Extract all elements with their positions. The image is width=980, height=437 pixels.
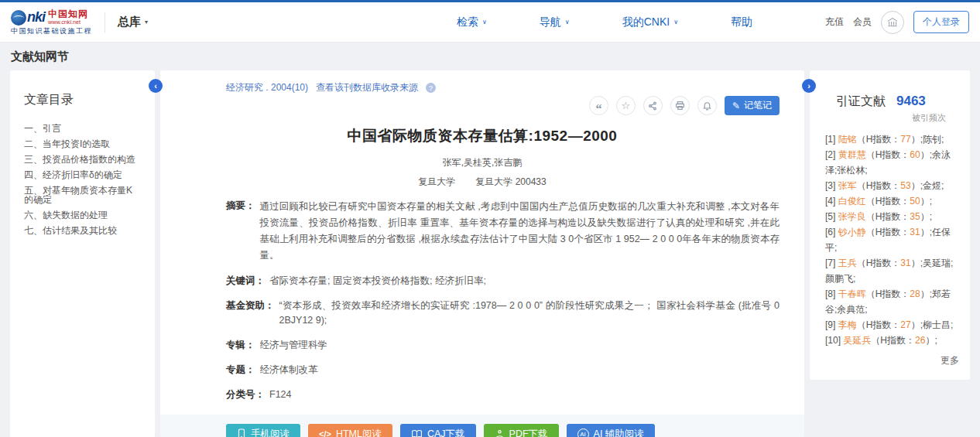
logo-url: www.cnki.net <box>48 19 84 26</box>
citing-author-link[interactable]: 张学良 <box>838 211 866 222</box>
citing-author-link[interactable]: 陆铭 <box>838 134 857 145</box>
journal-source-link[interactable]: 经济研究 . 2004(10) <box>226 81 308 94</box>
citations-more-link[interactable]: 更多 <box>825 354 959 367</box>
toc-item-1[interactable]: 一、引言 <box>24 124 141 133</box>
article-authors[interactable]: 张军,吴桂英,张吉鹏 <box>160 156 804 169</box>
keywords-text[interactable]: 省际资本存量; 固定资本投资价格指数; 经济折旧率; <box>269 274 486 288</box>
citation-item-2: [2] 黄群慧（H指数：60）;余泳泽;张松林; <box>825 147 959 178</box>
citation-index: [2] <box>825 149 835 160</box>
left-sidebar: ‹ 文章目录 一、引言 二、当年投资I的选取 三、投资品价格指数的构造 四、经济… <box>10 70 155 437</box>
personal-login-button[interactable]: 个人登录 <box>913 11 969 33</box>
logo-cn-name: 中国知网 <box>48 9 88 19</box>
toc-item-3[interactable]: 三、投资品价格指数的构造 <box>24 155 141 164</box>
alert-bell-button[interactable] <box>697 96 717 115</box>
mobile-read-button[interactable]: 手机阅读 <box>226 424 300 437</box>
logo-slogan: 中国知识基础设施工程 <box>11 28 92 36</box>
collapse-right-sidebar-button[interactable]: › <box>802 79 816 93</box>
citation-coauthors: ; <box>934 335 937 346</box>
abstract-text: 通过回顾和比较已有研究中国资本存量的相关文献 ,考虑到中国国内生产总值历史数据的… <box>260 199 780 264</box>
affiliation-2[interactable]: 复旦大学 200433 <box>475 176 546 187</box>
citing-author-link[interactable]: 钞小静 <box>838 227 866 237</box>
globe-icon <box>11 10 26 26</box>
fund-text[interactable]: “资本形成、投资效率和经济增长的实证研究 :1978— 2 0 0 0” 的阶段… <box>279 299 780 328</box>
cite-quote-button[interactable]: “ <box>589 96 608 115</box>
h-index-prefix: （H指数： <box>866 211 910 222</box>
database-switcher[interactable]: 总库 ▾ <box>118 15 148 29</box>
citation-item-7: [7] 王兵（H指数：31）;吴延瑞;颜鹏飞; <box>825 255 959 286</box>
h-index-suffix: ） <box>920 211 930 222</box>
h-index-prefix: （H指数： <box>857 258 901 268</box>
keywords-field: 关键词： 省际资本存量; 固定资本投资价格指数; 经济折旧率; <box>226 274 780 288</box>
h-index-prefix: （H指数： <box>857 180 901 191</box>
nav-item-navigation[interactable]: 导航 ∨ <box>513 15 596 29</box>
cnki-logo[interactable]: nki 中国知网 www.cnki.net 中国知识基础设施工程 <box>11 9 92 36</box>
article-title: 中国省际物质资本存量估算:1952—2000 <box>160 126 804 146</box>
citation-coauthors: ;柳士昌; <box>920 319 954 330</box>
citing-author-link[interactable]: 李梅 <box>838 319 857 330</box>
toc-title: 文章目录 <box>24 92 141 108</box>
logo-top: nki 中国知网 www.cnki.net <box>11 9 92 26</box>
caj-download-label: CAJ下载 <box>427 428 465 437</box>
main-column: 经济研究 . 2004(10) 查看该刊数据库收录来源 ? “ ☆ <box>160 70 804 437</box>
journal-db-source-link[interactable]: 查看该刊数据库收录来源 <box>316 81 418 94</box>
citing-author-link[interactable]: 白俊红 <box>838 196 866 207</box>
chevron-down-icon: ∨ <box>673 19 678 26</box>
fund-field: 基金资助： “资本形成、投资效率和经济增长的实证研究 :1978— 2 0 0 … <box>226 299 780 328</box>
share-button[interactable] <box>643 96 663 115</box>
favorite-star-button[interactable]: ☆ <box>616 96 636 115</box>
chevron-right-icon: › <box>807 81 810 90</box>
recharge-link[interactable]: 充值 <box>825 15 844 29</box>
abstract-field: 摘要： 通过回顾和比较已有研究中国资本存量的相关文献 ,考虑到中国国内生产总值历… <box>226 199 780 264</box>
divider <box>105 12 105 32</box>
h-index-prefix: （H指数： <box>866 288 910 299</box>
source-row: 经济研究 . 2004(10) 查看该刊数据库收录来源 ? <box>226 81 780 94</box>
citation-index: [4] <box>825 196 835 207</box>
ai-assist-read-button[interactable]: AI AI 辅助阅读 <box>567 424 655 437</box>
topic-label: 专题： <box>226 363 255 377</box>
ai-icon: AI <box>577 428 589 437</box>
citation-item-9: [9] 李梅（H指数：27）;柳士昌; <box>825 317 959 333</box>
take-note-button[interactable]: ✎ 记笔记 <box>725 96 780 115</box>
toc-item-7[interactable]: 七、估计结果及其比较 <box>24 226 141 235</box>
print-button[interactable] <box>670 96 690 115</box>
citations-count[interactable]: 9463 <box>896 94 926 109</box>
h-index-value: 50 <box>910 196 920 207</box>
affiliation-1[interactable]: 复旦大学 <box>418 176 455 187</box>
toc-item-6[interactable]: 六、缺失数据的处理 <box>24 210 141 220</box>
citing-author-link[interactable]: 张军 <box>838 180 857 191</box>
article-actions-row: “ ☆ <box>226 96 780 115</box>
page-title: 文献知网节 <box>0 43 980 70</box>
h-index-suffix: ） <box>920 196 930 207</box>
download-buttons-row1: 手机阅读 </> HTML阅读 CAJ下载 PDF下载 <box>226 424 804 437</box>
citing-author-link[interactable]: 干春晖 <box>838 288 866 299</box>
article-affiliations: 复旦大学复旦大学 200433 <box>160 176 804 189</box>
citation-index: [9] <box>825 319 835 330</box>
h-index-suffix: ） <box>925 335 934 346</box>
nav-item-search[interactable]: 检索 ∨ <box>430 15 513 29</box>
pdf-download-button[interactable]: PDF下载 <box>484 424 559 437</box>
toc-item-2[interactable]: 二、当年投资I的选取 <box>24 139 141 149</box>
toc-item-5[interactable]: 五、对基年物质资本存量K的确定 <box>24 186 141 204</box>
html-read-button[interactable]: </> HTML阅读 <box>308 424 392 437</box>
citing-author-link[interactable]: 王兵 <box>838 258 857 268</box>
title-block: 中国省际物质资本存量估算:1952—2000 张军,吴桂英,张吉鹏 复旦大学复旦… <box>160 126 804 189</box>
chevron-left-icon: ‹ <box>154 81 157 90</box>
h-index-value: 26 <box>915 335 925 346</box>
question-icon[interactable]: ? <box>426 83 436 93</box>
ai-assist-read-label: AI 辅助阅读 <box>594 428 644 437</box>
citing-author-link[interactable]: 吴延兵 <box>843 335 871 346</box>
mobile-read-label: 手机阅读 <box>251 428 290 437</box>
toc-item-4[interactable]: 四、经济折旧率δ的确定 <box>24 170 141 179</box>
dropdown-triangle-icon: ▾ <box>145 19 148 26</box>
header-nav: 检索 ∨ 导航 ∨ 我的CNKI ∨ 帮助 <box>430 15 779 29</box>
nav-item-mycnki[interactable]: 我的CNKI ∨ <box>596 15 704 29</box>
header: nki 中国知网 www.cnki.net 中国知识基础设施工程 总库 ▾ 检索… <box>0 2 980 43</box>
h-index-value: 27 <box>900 319 910 330</box>
citation-index: [7] <box>825 258 835 268</box>
citing-author-link[interactable]: 黄群慧 <box>838 149 866 160</box>
caj-download-button[interactable]: CAJ下载 <box>400 424 476 437</box>
member-link[interactable]: 会员 <box>853 15 872 29</box>
institution-icon[interactable] <box>881 11 904 34</box>
nav-item-help[interactable]: 帮助 <box>704 15 779 29</box>
collapse-left-sidebar-button[interactable]: ‹ <box>149 79 163 93</box>
